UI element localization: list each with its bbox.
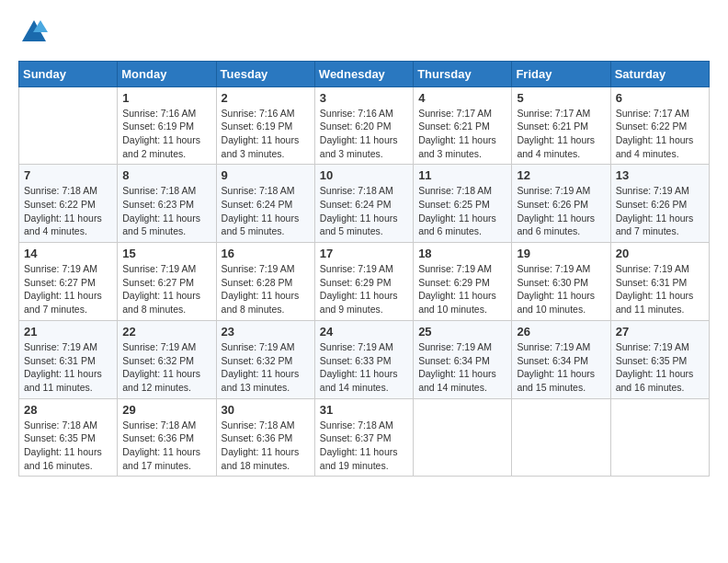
day-info: Sunrise: 7:17 AM Sunset: 6:21 PM Dayligh…: [418, 107, 506, 161]
day-number: 29: [122, 403, 210, 417]
day-info: Sunrise: 7:19 AM Sunset: 6:28 PM Dayligh…: [222, 262, 310, 316]
calendar-cell: 9Sunrise: 7:18 AM Sunset: 6:24 PM Daylig…: [216, 165, 314, 243]
day-info: Sunrise: 7:19 AM Sunset: 6:32 PM Dayligh…: [222, 340, 310, 395]
logo: [18, 18, 48, 52]
day-number: 11: [418, 168, 506, 182]
calendar-cell: 16Sunrise: 7:19 AM Sunset: 6:28 PM Dayli…: [216, 243, 314, 321]
calendar-cell: 8Sunrise: 7:18 AM Sunset: 6:23 PM Daylig…: [118, 165, 216, 243]
calendar-week-2: 7Sunrise: 7:18 AM Sunset: 6:22 PM Daylig…: [19, 165, 710, 243]
day-info: Sunrise: 7:18 AM Sunset: 6:37 PM Dayligh…: [320, 419, 408, 473]
calendar-cell: 26Sunrise: 7:19 AM Sunset: 6:34 PM Dayli…: [512, 320, 610, 398]
day-info: Sunrise: 7:18 AM Sunset: 6:24 PM Dayligh…: [320, 184, 408, 238]
calendar-cell: [19, 86, 118, 165]
day-number: 8: [122, 168, 210, 182]
day-info: Sunrise: 7:19 AM Sunset: 6:30 PM Dayligh…: [517, 262, 605, 316]
day-info: Sunrise: 7:19 AM Sunset: 6:32 PM Dayligh…: [122, 340, 210, 395]
day-info: Sunrise: 7:19 AM Sunset: 6:26 PM Dayligh…: [517, 184, 605, 238]
calendar-cell: 22Sunrise: 7:19 AM Sunset: 6:32 PM Dayli…: [118, 320, 216, 398]
calendar-cell: 31Sunrise: 7:18 AM Sunset: 6:37 PM Dayli…: [314, 398, 413, 477]
day-number: 26: [517, 325, 605, 339]
calendar-cell: [610, 398, 709, 477]
calendar-cell: 17Sunrise: 7:19 AM Sunset: 6:29 PM Dayli…: [314, 243, 413, 321]
calendar-week-4: 21Sunrise: 7:19 AM Sunset: 6:31 PM Dayli…: [19, 320, 710, 398]
calendar-cell: 15Sunrise: 7:19 AM Sunset: 6:27 PM Dayli…: [118, 243, 216, 321]
calendar-cell: 5Sunrise: 7:17 AM Sunset: 6:21 PM Daylig…: [512, 86, 610, 165]
calendar-cell: 30Sunrise: 7:18 AM Sunset: 6:36 PM Dayli…: [216, 398, 314, 477]
day-number: 14: [24, 247, 112, 260]
day-info: Sunrise: 7:19 AM Sunset: 6:29 PM Dayligh…: [418, 262, 506, 316]
day-number: 21: [24, 325, 112, 339]
calendar-cell: 29Sunrise: 7:18 AM Sunset: 6:36 PM Dayli…: [118, 398, 216, 477]
weekday-header-friday: Friday: [512, 61, 610, 86]
calendar-cell: 19Sunrise: 7:19 AM Sunset: 6:30 PM Dayli…: [512, 243, 610, 321]
calendar-cell: 11Sunrise: 7:18 AM Sunset: 6:25 PM Dayli…: [414, 165, 512, 243]
day-number: 22: [122, 325, 210, 339]
day-info: Sunrise: 7:19 AM Sunset: 6:31 PM Dayligh…: [616, 262, 704, 316]
calendar-cell: 3Sunrise: 7:16 AM Sunset: 6:20 PM Daylig…: [314, 86, 413, 165]
day-info: Sunrise: 7:18 AM Sunset: 6:25 PM Dayligh…: [418, 184, 506, 238]
weekday-header-thursday: Thursday: [414, 61, 512, 86]
day-info: Sunrise: 7:18 AM Sunset: 6:35 PM Dayligh…: [24, 419, 112, 473]
day-info: Sunrise: 7:17 AM Sunset: 6:22 PM Dayligh…: [616, 107, 704, 161]
calendar-cell: 4Sunrise: 7:17 AM Sunset: 6:21 PM Daylig…: [414, 86, 512, 165]
calendar-cell: 6Sunrise: 7:17 AM Sunset: 6:22 PM Daylig…: [610, 86, 709, 165]
weekday-header-wednesday: Wednesday: [314, 61, 413, 86]
calendar-cell: 25Sunrise: 7:19 AM Sunset: 6:34 PM Dayli…: [414, 320, 512, 398]
calendar-cell: 28Sunrise: 7:18 AM Sunset: 6:35 PM Dayli…: [19, 398, 118, 477]
day-number: 24: [320, 325, 408, 339]
calendar-cell: 20Sunrise: 7:19 AM Sunset: 6:31 PM Dayli…: [610, 243, 709, 321]
day-number: 12: [517, 168, 605, 182]
day-number: 17: [320, 247, 408, 260]
calendar-cell: 12Sunrise: 7:19 AM Sunset: 6:26 PM Dayli…: [512, 165, 610, 243]
logo-icon: [20, 18, 48, 46]
day-number: 2: [222, 91, 310, 105]
day-info: Sunrise: 7:19 AM Sunset: 6:27 PM Dayligh…: [122, 262, 210, 316]
calendar-week-1: 1Sunrise: 7:16 AM Sunset: 6:19 PM Daylig…: [19, 86, 710, 165]
day-number: 16: [222, 247, 310, 260]
calendar-cell: 1Sunrise: 7:16 AM Sunset: 6:19 PM Daylig…: [118, 86, 216, 165]
calendar-cell: [414, 398, 512, 477]
calendar-cell: 7Sunrise: 7:18 AM Sunset: 6:22 PM Daylig…: [19, 165, 118, 243]
day-info: Sunrise: 7:19 AM Sunset: 6:34 PM Dayligh…: [517, 340, 605, 395]
calendar-cell: [512, 398, 610, 477]
day-info: Sunrise: 7:19 AM Sunset: 6:27 PM Dayligh…: [24, 262, 112, 316]
day-info: Sunrise: 7:19 AM Sunset: 6:34 PM Dayligh…: [418, 340, 506, 395]
day-info: Sunrise: 7:19 AM Sunset: 6:35 PM Dayligh…: [616, 340, 704, 395]
day-number: 18: [418, 247, 506, 260]
day-info: Sunrise: 7:16 AM Sunset: 6:20 PM Dayligh…: [320, 107, 408, 161]
day-number: 31: [320, 403, 408, 417]
day-info: Sunrise: 7:17 AM Sunset: 6:21 PM Dayligh…: [517, 107, 605, 161]
day-number: 6: [616, 91, 704, 105]
day-info: Sunrise: 7:18 AM Sunset: 6:36 PM Dayligh…: [222, 419, 310, 473]
calendar-cell: 27Sunrise: 7:19 AM Sunset: 6:35 PM Dayli…: [610, 320, 709, 398]
day-number: 7: [24, 168, 112, 182]
calendar-cell: 23Sunrise: 7:19 AM Sunset: 6:32 PM Dayli…: [216, 320, 314, 398]
day-number: 1: [122, 91, 210, 105]
day-info: Sunrise: 7:18 AM Sunset: 6:23 PM Dayligh…: [122, 184, 210, 238]
day-number: 19: [517, 247, 605, 260]
day-number: 15: [122, 247, 210, 260]
day-info: Sunrise: 7:18 AM Sunset: 6:36 PM Dayligh…: [122, 419, 210, 473]
day-info: Sunrise: 7:19 AM Sunset: 6:26 PM Dayligh…: [616, 184, 704, 238]
weekday-header-sunday: Sunday: [19, 61, 118, 86]
weekday-header-tuesday: Tuesday: [216, 61, 314, 86]
day-number: 5: [517, 91, 605, 105]
day-number: 28: [24, 403, 112, 417]
calendar-cell: 18Sunrise: 7:19 AM Sunset: 6:29 PM Dayli…: [414, 243, 512, 321]
day-number: 27: [616, 325, 704, 339]
day-info: Sunrise: 7:18 AM Sunset: 6:24 PM Dayligh…: [222, 184, 310, 238]
weekday-header-monday: Monday: [118, 61, 216, 86]
day-info: Sunrise: 7:16 AM Sunset: 6:19 PM Dayligh…: [222, 107, 310, 161]
day-number: 9: [222, 168, 310, 182]
calendar-cell: 14Sunrise: 7:19 AM Sunset: 6:27 PM Dayli…: [19, 243, 118, 321]
day-info: Sunrise: 7:19 AM Sunset: 6:31 PM Dayligh…: [24, 340, 112, 395]
calendar-cell: 10Sunrise: 7:18 AM Sunset: 6:24 PM Dayli…: [314, 165, 413, 243]
day-info: Sunrise: 7:16 AM Sunset: 6:19 PM Dayligh…: [122, 107, 210, 161]
weekday-header-row: SundayMondayTuesdayWednesdayThursdayFrid…: [19, 61, 710, 86]
day-info: Sunrise: 7:19 AM Sunset: 6:33 PM Dayligh…: [320, 340, 408, 395]
day-number: 30: [222, 403, 310, 417]
calendar-cell: 2Sunrise: 7:16 AM Sunset: 6:19 PM Daylig…: [216, 86, 314, 165]
day-number: 3: [320, 91, 408, 105]
day-number: 10: [320, 168, 408, 182]
calendar-table: SundayMondayTuesdayWednesdayThursdayFrid…: [18, 61, 710, 477]
